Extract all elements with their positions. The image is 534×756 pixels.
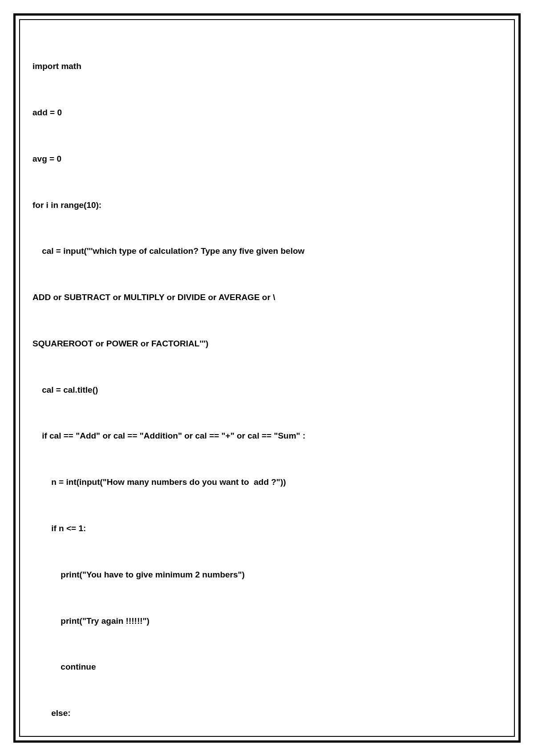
code-line: print("Try again !!!!!!")	[32, 615, 502, 627]
code-line: if n <= 1:	[32, 523, 502, 535]
code-line: ADD or SUBTRACT or MULTIPLY or DIVIDE or…	[32, 292, 502, 304]
code-line: for i in range(1,n+1):	[32, 754, 502, 756]
code-line: add = 0	[32, 107, 502, 119]
code-line: for i in range(10):	[32, 199, 502, 211]
code-line: else:	[32, 707, 502, 719]
code-line: n = int(input("How many numbers do you w…	[32, 476, 502, 488]
code-line: cal = cal.title()	[32, 384, 502, 396]
outer-border: import math add = 0 avg = 0 for i in ran…	[13, 13, 521, 743]
code-line: cal = input('''which type of calculation…	[32, 245, 502, 257]
code-line: if cal == "Add" or cal == "Addition" or …	[32, 430, 502, 442]
code-line: import math	[32, 61, 502, 73]
code-line: print("You have to give minimum 2 number…	[32, 569, 502, 581]
inner-border: import math add = 0 avg = 0 for i in ran…	[19, 19, 515, 737]
code-line: SQUAREROOT or POWER or FACTORIAL''')	[32, 338, 502, 350]
code-line: continue	[32, 661, 502, 673]
code-block: import math add = 0 avg = 0 for i in ran…	[32, 37, 502, 756]
code-line: avg = 0	[32, 153, 502, 165]
